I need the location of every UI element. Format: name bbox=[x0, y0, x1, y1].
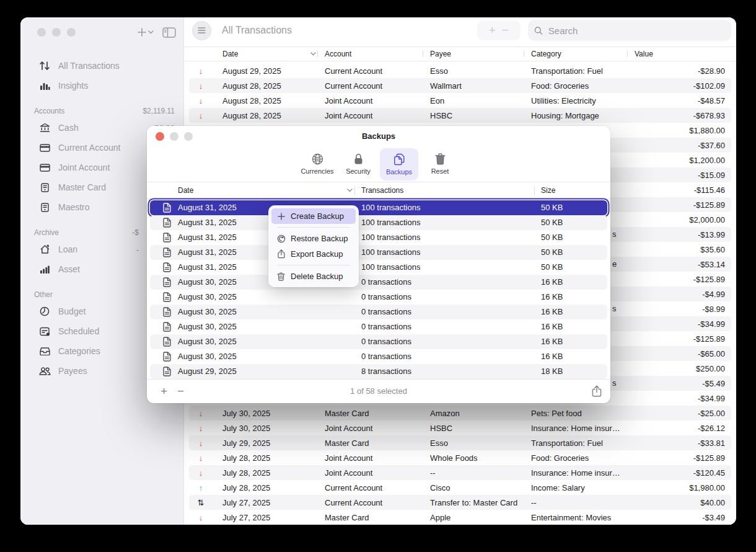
table-row[interactable]: ↓ July 28, 2025 Joint Account -- Insuran… bbox=[189, 465, 731, 480]
chevron-down-icon bbox=[310, 52, 316, 56]
cell-category: Food: Groceries bbox=[531, 81, 635, 91]
table-row[interactable]: ↓ July 29, 2025 Master Card Esso Transpo… bbox=[189, 435, 731, 450]
tab-currencies[interactable]: Currencies bbox=[298, 148, 336, 180]
document-icon bbox=[156, 203, 178, 213]
cell-category: Pets: Pet food bbox=[531, 409, 635, 418]
cell-account: Current Account bbox=[325, 483, 430, 492]
backup-row[interactable]: August 30, 2025 0 transactions 16 KB bbox=[150, 349, 607, 364]
cell-date: August 30, 2025 bbox=[178, 352, 361, 361]
backup-row[interactable]: August 29, 2025 8 transactions 18 KB bbox=[150, 364, 607, 379]
column-header-value[interactable]: Value bbox=[635, 47, 725, 61]
add-transaction-button[interactable] bbox=[138, 27, 154, 37]
column-header-transactions[interactable]: Transactions bbox=[361, 182, 541, 198]
cell-category: Food: Groceries bbox=[531, 453, 635, 463]
dialog-titlebar: Backups bbox=[147, 126, 610, 146]
table-row[interactable]: ↓ July 30, 2025 Master Card Amazon Pets:… bbox=[189, 406, 731, 421]
lock-icon bbox=[354, 153, 363, 165]
table-row[interactable]: ↓ August 28, 2025 Joint Account HSBC Hou… bbox=[189, 108, 731, 123]
backup-row[interactable]: August 30, 2025 0 transactions 16 KB bbox=[150, 305, 607, 319]
cell-size: 16 KB bbox=[541, 352, 601, 361]
tab-reset[interactable]: Reset bbox=[421, 148, 459, 180]
minimize-button[interactable] bbox=[52, 28, 61, 37]
settings-toolbar: Currencies Security Backups bbox=[147, 146, 610, 182]
tab-label: Security bbox=[346, 167, 371, 175]
table-row[interactable]: ↑ July 28, 2025 Current Account Cisco In… bbox=[189, 480, 731, 495]
cell-size: 16 KB bbox=[541, 307, 601, 316]
backup-row[interactable]: August 31, 2025 100 transactions 50 KB bbox=[150, 215, 607, 230]
cell-transactions: 0 transactions bbox=[361, 337, 541, 346]
cell-value: -$37.60 bbox=[635, 141, 725, 150]
sidebar-item-label: All Transactions bbox=[58, 61, 175, 71]
share-icon bbox=[592, 385, 602, 397]
backup-row[interactable]: August 31, 2025 100 transactions 50 KB bbox=[150, 260, 607, 275]
menu-item-restore-backup[interactable]: Restore Backup bbox=[271, 231, 356, 246]
credit-card-icon bbox=[38, 144, 51, 152]
menu-item-label: Export Backup bbox=[291, 249, 343, 259]
backup-row[interactable]: August 31, 2025 100 transactions 50 KB bbox=[150, 200, 607, 215]
backup-row[interactable]: August 31, 2025 100 transactions 50 KB bbox=[150, 245, 607, 260]
column-header-date[interactable]: Date bbox=[178, 182, 361, 198]
cell-value: -$28.90 bbox=[635, 66, 725, 76]
chevron-down-icon bbox=[347, 189, 353, 192]
tab-label: Backups bbox=[386, 168, 412, 176]
table-row[interactable]: ↓ August 28, 2025 Joint Account Eon Util… bbox=[189, 93, 731, 108]
backup-row[interactable]: August 31, 2025 100 transactions 50 KB bbox=[150, 230, 607, 245]
cell-payee: Transfer to: Master Card bbox=[430, 498, 531, 507]
cell-payee: Eon bbox=[430, 96, 531, 105]
tab-label: Currencies bbox=[301, 167, 333, 175]
cell-transactions: 8 transactions bbox=[361, 367, 541, 376]
menu-item-create-backup[interactable]: Create Backup bbox=[271, 208, 356, 224]
cell-value: -$125.89 bbox=[635, 275, 725, 284]
bank-icon bbox=[38, 123, 51, 133]
plus-chevron-icon bbox=[138, 27, 154, 37]
direction-icon: ↑ bbox=[195, 483, 206, 492]
remove-button[interactable]: − bbox=[499, 24, 512, 37]
dialog-title: Backups bbox=[147, 131, 610, 141]
sidebar-item-all-transactions[interactable]: All Transactions bbox=[20, 56, 183, 76]
column-header-payee[interactable]: Payee bbox=[430, 47, 531, 61]
backup-row[interactable]: August 30, 2025 0 transactions 16 KB bbox=[150, 275, 607, 290]
column-header-size[interactable]: Size bbox=[541, 182, 601, 198]
add-button[interactable]: + bbox=[486, 24, 499, 37]
table-row[interactable]: ↓ July 30, 2025 Joint Account HSBC Insur… bbox=[189, 421, 731, 435]
direction-icon: ⇅ bbox=[195, 498, 206, 507]
dialog-footer: 1 of 58 selected + − bbox=[147, 379, 610, 403]
table-row[interactable]: ↓ August 29, 2025 Current Account Esso T… bbox=[189, 63, 731, 78]
search-input[interactable] bbox=[547, 25, 725, 37]
close-button[interactable] bbox=[37, 28, 46, 37]
cell-transactions: 0 transactions bbox=[361, 292, 541, 301]
tab-backups[interactable]: Backups bbox=[380, 148, 418, 180]
cell-category: Transportation: Fuel bbox=[531, 66, 635, 76]
cell-date: July 30, 2025 bbox=[222, 409, 325, 418]
column-header-category[interactable]: Category bbox=[531, 47, 635, 61]
cell-account: Joint Account bbox=[325, 468, 430, 478]
sidebar-item-insights[interactable]: Insights bbox=[20, 76, 183, 96]
cell-value: -$48.57 bbox=[635, 96, 725, 105]
direction-icon: ↓ bbox=[195, 424, 206, 433]
cell-account: Current Account bbox=[325, 81, 430, 91]
column-header-account[interactable]: Account bbox=[325, 47, 430, 61]
menu-item-export-backup[interactable]: Export Backup bbox=[271, 246, 356, 262]
table-row[interactable]: ↓ July 27, 2025 Master Card Apple Entert… bbox=[189, 510, 731, 525]
globe-icon bbox=[312, 153, 323, 165]
documents-icon bbox=[393, 153, 405, 166]
cell-date: July 28, 2025 bbox=[222, 468, 325, 478]
zoom-button[interactable] bbox=[67, 28, 76, 37]
column-header-date[interactable]: Date bbox=[222, 47, 325, 61]
cell-payee: HSBC bbox=[430, 424, 531, 433]
table-row[interactable]: ↓ July 28, 2025 Joint Account Whole Food… bbox=[189, 450, 731, 465]
backup-row[interactable]: August 30, 2025 0 transactions 16 KB bbox=[150, 290, 607, 305]
menu-item-delete-backup[interactable]: Delete Backup bbox=[271, 269, 356, 284]
document-icon bbox=[156, 307, 178, 317]
transactions-list-icon[interactable] bbox=[192, 21, 211, 40]
table-row[interactable]: ↓ August 28, 2025 Current Account Wallma… bbox=[189, 78, 731, 93]
cell-date: July 28, 2025 bbox=[222, 453, 325, 463]
share-button[interactable] bbox=[592, 385, 602, 397]
tab-security[interactable]: Security bbox=[339, 148, 377, 180]
search-field[interactable] bbox=[528, 20, 731, 41]
toggle-sidebar-button[interactable] bbox=[162, 27, 176, 38]
table-row[interactable]: ⇅ July 27, 2025 Current Account Transfer… bbox=[189, 495, 731, 510]
cell-value: -$120.45 bbox=[635, 468, 725, 478]
backup-row[interactable]: August 30, 2025 0 transactions 16 KB bbox=[150, 334, 607, 349]
backup-row[interactable]: August 30, 2025 0 transactions 16 KB bbox=[150, 319, 607, 334]
